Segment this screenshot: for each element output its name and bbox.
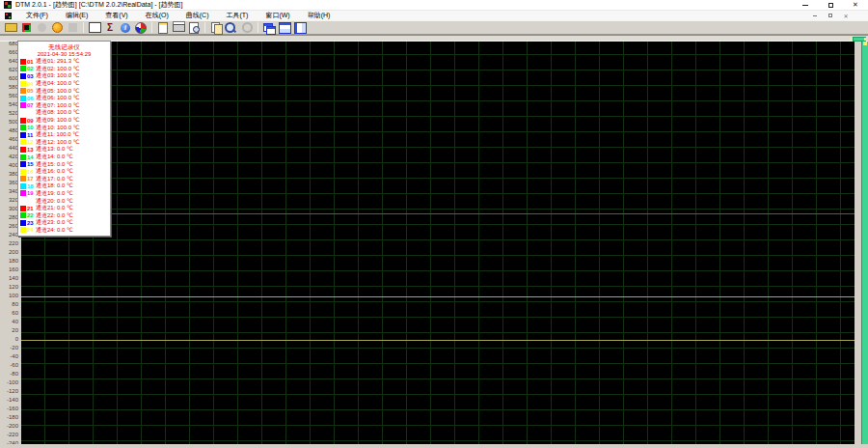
mdi-restore-icon <box>828 14 832 17</box>
menu-tools[interactable]: 工具(T) <box>217 11 257 20</box>
vertical-scrollbar[interactable] <box>861 42 868 448</box>
channel-number: 09 <box>27 118 36 124</box>
window-frame-icon[interactable] <box>88 21 101 34</box>
gridline-horizontal <box>21 409 854 410</box>
menu-window[interactable]: 窗口(W) <box>257 11 298 20</box>
gridline-vertical <box>623 42 624 444</box>
series-line <box>21 213 854 214</box>
mdi-restore-button[interactable] <box>826 12 835 19</box>
menu-items: 文件(F)编辑(E)查看(V)在线(O)曲线(C)工具(T)窗口(W)帮助(H) <box>17 11 339 20</box>
menu-help[interactable]: 帮助(H) <box>299 11 339 20</box>
channel-number: 16 <box>27 169 36 175</box>
gridline-horizontal <box>21 332 854 333</box>
app-icon <box>4 1 12 9</box>
menu-online[interactable]: 在线(O) <box>137 11 177 20</box>
channel-color-swatch <box>20 59 26 65</box>
gridline-vertical <box>406 42 407 444</box>
gridline-vertical <box>117 42 118 444</box>
sum-icon[interactable]: Σ <box>103 21 117 34</box>
gridline-vertical <box>358 42 359 444</box>
gridline-vertical <box>141 42 142 444</box>
gridline-vertical <box>744 42 745 444</box>
copy-pages-icon[interactable] <box>209 21 223 34</box>
channel-color-swatch <box>20 176 26 182</box>
print-preview-icon[interactable] <box>187 21 201 34</box>
gridline-vertical <box>189 42 190 444</box>
gridline-vertical <box>334 42 335 444</box>
channel-color-swatch <box>20 198 26 204</box>
menu-curve[interactable]: 曲线(C) <box>177 11 218 20</box>
gridline-vertical <box>382 42 383 444</box>
channel-color-swatch <box>20 96 26 101</box>
horizontal-scrollbar[interactable] <box>0 35 868 42</box>
channel-number: 22 <box>27 212 36 218</box>
mdi-minimize-button[interactable] <box>810 12 820 19</box>
record-disabled-icon <box>35 21 48 34</box>
info-icon[interactable]: i <box>121 23 130 33</box>
pie-chart-icon[interactable] <box>134 21 148 34</box>
channel-color-swatch <box>20 125 26 130</box>
menu-edit[interactable]: 编辑(E) <box>57 11 96 20</box>
series-line <box>21 296 854 297</box>
right-gutter <box>854 42 861 448</box>
channel-color-swatch <box>20 212 26 218</box>
tile-vertical-icon[interactable] <box>293 21 307 34</box>
mdi-child-icon[interactable] <box>5 13 12 19</box>
gridline-vertical <box>671 42 672 444</box>
gridline-horizontal <box>21 348 854 349</box>
app-logo-icon[interactable] <box>19 21 33 34</box>
channel-color-swatch <box>20 88 26 94</box>
channel-number: 06 <box>27 96 36 101</box>
zoom-disabled-icon <box>240 21 254 34</box>
gridline-vertical <box>768 42 769 444</box>
gridline-vertical <box>695 42 696 444</box>
gridline-horizontal <box>21 425 854 426</box>
close-button[interactable]: ✕ <box>843 0 868 11</box>
channel-number: 01 <box>27 59 36 65</box>
cascade-windows-icon[interactable] <box>262 21 276 34</box>
channel-color-swatch <box>20 161 26 167</box>
channel-number: 20 <box>27 198 36 204</box>
gridline-horizontal <box>21 286 854 287</box>
gridline-horizontal <box>21 378 854 379</box>
gridline-vertical <box>816 42 817 444</box>
realtime-start-icon[interactable] <box>50 21 64 34</box>
gridline-vertical <box>285 42 286 444</box>
channel-number: 04 <box>27 81 36 87</box>
gridline-vertical <box>237 42 238 444</box>
channel-number: 08 <box>27 110 36 116</box>
channel-number: 17 <box>27 176 36 182</box>
restore-button[interactable] <box>818 0 843 11</box>
channel-number: 18 <box>27 183 36 189</box>
channel-number: 10 <box>27 125 36 130</box>
minimize-button[interactable] <box>793 0 818 11</box>
gridline-vertical <box>599 42 600 444</box>
channel-color-swatch <box>20 118 26 124</box>
legend-title: 无线记录仪 <box>18 43 110 51</box>
gridline-vertical <box>310 42 311 444</box>
open-folder-icon[interactable] <box>4 21 17 34</box>
zoom-icon[interactable] <box>225 21 238 34</box>
gridline-vertical <box>527 42 528 444</box>
gridline-horizontal <box>21 116 854 117</box>
gridline-horizontal <box>21 178 854 179</box>
legend-rows: 01通道01: 291.3 ℃02通道02: 100.0 ℃03通道03: 10… <box>18 58 110 234</box>
edit-note-icon[interactable] <box>156 21 170 34</box>
gridline-horizontal <box>21 255 854 256</box>
plot-area[interactable] <box>21 42 854 444</box>
menu-file[interactable]: 文件(F) <box>17 11 57 20</box>
gridline-vertical <box>213 42 214 444</box>
channel-number: 02 <box>27 66 36 71</box>
channel-color-swatch <box>20 147 26 153</box>
channel-number: 03 <box>27 73 36 79</box>
printer-icon[interactable] <box>172 21 185 34</box>
menu-view[interactable]: 查看(V) <box>96 11 136 20</box>
channel-number: 15 <box>27 161 36 167</box>
window-title: DTM 2.0.1 - [趋势图] [C:\DTM 2.0.2\RealData… <box>15 0 182 10</box>
legend-panel[interactable]: 无线记录仪 2021-04-30 15:54:29 01通道01: 291.3 … <box>17 41 111 237</box>
gridline-vertical <box>840 42 841 444</box>
tile-horizontal-icon[interactable] <box>278 21 291 34</box>
stop-disabled-icon <box>66 21 79 34</box>
mdi-close-button[interactable]: ✕ <box>841 12 851 19</box>
gridline-horizontal <box>21 70 854 70</box>
